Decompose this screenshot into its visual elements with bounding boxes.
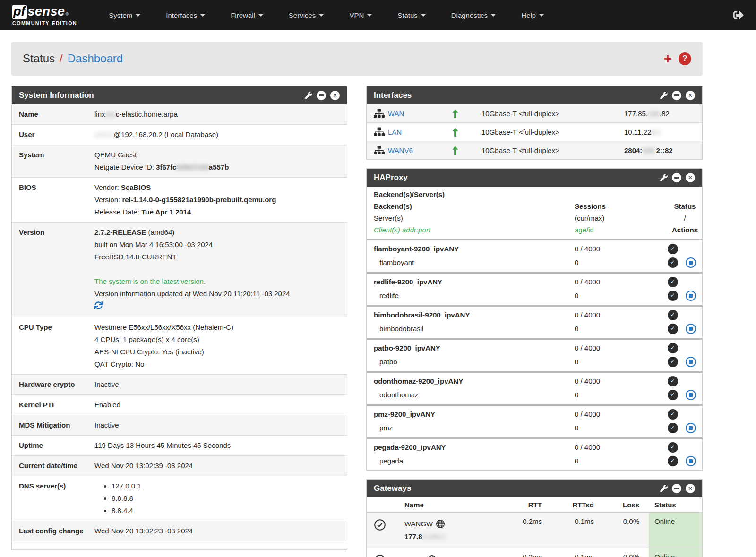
caret-down-icon [421, 14, 426, 17]
close-icon[interactable]: ✕ [686, 484, 695, 493]
row-label: Uptime [19, 439, 94, 452]
nav-menu-firewall[interactable]: Firewall [218, 0, 276, 30]
interface-name-cell: LAN [374, 127, 452, 137]
minimize-icon[interactable] [672, 91, 681, 100]
interface-media: 10Gbase-T <full-duplex> [481, 110, 624, 118]
nav-menu-system[interactable]: System [96, 0, 153, 30]
panel-gap [366, 471, 703, 479]
logout-icon[interactable] [733, 10, 744, 20]
right-column: Interfaces ✕ WAN 10Gbase-T <full-duplex>… [366, 86, 703, 557]
col-header-status: Status [649, 501, 702, 509]
row-label: MDS Mitigation [19, 419, 94, 431]
server-sessions: 0 [575, 355, 660, 368]
interface-link[interactable]: LAN [388, 128, 402, 136]
backend-name: redlife-9200_ipvANY [374, 275, 575, 289]
globe-icon [427, 555, 437, 557]
table-row-dns-servers: DNS server(s) 127.0.0.1 8.8.8.8 8.8.4.4 [12, 476, 347, 521]
server-sessions: 0 [575, 388, 660, 402]
close-icon[interactable]: ✕ [330, 91, 340, 100]
stop-server-button[interactable] [686, 423, 696, 433]
nav-menu-help[interactable]: Help [508, 0, 557, 30]
server-sessions: 0 [575, 421, 660, 435]
hostname-prefix: linx [94, 110, 105, 118]
logo-sense: sense [27, 4, 65, 19]
close-icon[interactable]: ✕ [686, 173, 695, 182]
interface-row-lan: LAN 10Gbase-T <full-duplex> 10.11.228.1 [367, 123, 702, 141]
minus-glyph [319, 94, 324, 96]
nav-menu-vpn[interactable]: VPN [336, 0, 385, 30]
wrench-icon[interactable] [660, 92, 668, 99]
add-widget-icon[interactable]: + [663, 51, 672, 66]
sitemap-icon [374, 146, 385, 155]
haproxy-backend-group: odonthomaz-9200_ipvANY 0 / 4000 ✓ odonth… [367, 373, 702, 404]
dns-server: 8.8.8.8 [112, 492, 340, 505]
row-value: 127.0.0.1 8.8.8.8 8.8.4.4 [94, 480, 340, 517]
pfsense-logo[interactable]: pf sense ® COMMUNITY EDITION [12, 4, 77, 26]
gateway-loss: 0.0% [603, 513, 649, 548]
status-up-icon: ✓ [668, 324, 678, 334]
server-row: redlife 0 ✓ [367, 289, 702, 302]
nav-label: Interfaces [166, 11, 197, 19]
interface-media: 10Gbase-T <full-duplex> [481, 146, 624, 154]
dashboard-content: System Information ✕ Name linxxxxc-elast… [11, 86, 745, 557]
arrow-up-icon [452, 128, 481, 137]
refresh-icon[interactable] [94, 301, 103, 309]
help-icon[interactable]: ? [679, 52, 691, 65]
table-row-last-config-change: Last config change Wed Nov 20 13:02:23 -… [12, 521, 347, 541]
nav-menu-diagnostics[interactable]: Diagnostics [438, 0, 509, 30]
row-value: Wed Nov 20 13:02:23 -03 2024 [94, 525, 340, 537]
interface-ip: 10.11.228.1 [624, 128, 695, 136]
table-row-uptime: Uptime 119 Days 13 Hours 45 Minutes 45 S… [12, 436, 347, 456]
minus-glyph [674, 488, 679, 489]
stop-server-button[interactable] [686, 390, 696, 400]
wrench-icon[interactable] [660, 485, 668, 492]
col-header: Backend(s) [374, 200, 575, 212]
stop-glyph [689, 261, 693, 265]
row-value: Vendor: SeaBIOS Version: rel-1.14.0-0-g1… [94, 181, 340, 218]
panel-header-icons: ✕ [305, 91, 340, 100]
stop-server-button[interactable] [686, 257, 696, 268]
minimize-icon[interactable] [672, 173, 681, 182]
field-label: Version: [94, 196, 122, 204]
user-suffix: @192.168.20.2 (Local Database) [114, 130, 218, 138]
ip-prefix: 177.85. [624, 110, 648, 118]
dns-server: 127.0.0.1 [112, 480, 340, 492]
haproxy-subtitle: Backend(s)/Server(s) [374, 189, 695, 200]
redacted-text: xxx [105, 110, 116, 118]
col-header: (cur/max) [575, 212, 660, 224]
stop-server-button[interactable] [686, 357, 696, 367]
haproxy-backend-group: redlife-9200_ipvANY 0 / 4000 ✓ redlife 0… [367, 274, 702, 305]
version-arch: (amd64) [146, 228, 174, 236]
caret-down-icon [258, 14, 263, 17]
stop-server-button[interactable] [686, 456, 696, 466]
caret-down-icon [200, 14, 205, 17]
nav-menu-interfaces[interactable]: Interfaces [153, 0, 218, 30]
table-row-version: Version 2.7.2-RELEASE (amd64) built on M… [12, 223, 347, 317]
backend-sessions: 0 / 4000 [575, 275, 660, 289]
backend-row: bimbodobrasil-9200_ipvANY 0 / 4000 ✓ [367, 308, 702, 322]
backend-sessions: 0 / 4000 [575, 341, 660, 355]
server-name: odonthomaz [374, 388, 575, 402]
nav-menu-services[interactable]: Services [276, 0, 337, 30]
panel-gap [366, 160, 703, 168]
gateway-name-cell: GWv6 2804:6d8:2::1 [393, 548, 502, 557]
breadcrumb-separator: / [60, 52, 63, 65]
minimize-icon[interactable] [317, 91, 326, 100]
minimize-icon[interactable] [672, 484, 681, 493]
nav-menu-status[interactable]: Status [385, 0, 438, 30]
stop-server-button[interactable] [686, 291, 696, 301]
status-up-icon: ✓ [668, 409, 678, 420]
field-label: Vendor: [94, 183, 121, 191]
table-row-current-datetime: Current date/time Wed Nov 20 13:02:39 -0… [12, 456, 347, 476]
interface-link[interactable]: WANV6 [388, 146, 413, 154]
caret-down-icon [319, 14, 324, 17]
row-value: 119 Days 13 Hours 45 Minutes 45 Seconds [94, 439, 340, 452]
close-icon[interactable]: ✕ [686, 91, 695, 100]
wrench-icon[interactable] [305, 92, 312, 99]
breadcrumb-page-link[interactable]: Dashboard [68, 52, 123, 65]
wrench-icon[interactable] [660, 174, 668, 181]
breadcrumb-section: Status [23, 52, 55, 65]
interface-link[interactable]: WAN [388, 110, 404, 118]
interface-row-wan: WAN 10Gbase-T <full-duplex> 177.85.160.8… [367, 104, 702, 123]
stop-server-button[interactable] [686, 324, 696, 334]
